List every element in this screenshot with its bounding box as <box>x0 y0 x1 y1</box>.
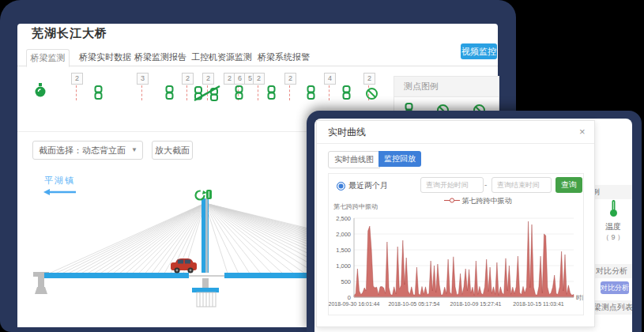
disabled-sensor-icon <box>365 87 378 100</box>
sensor-count-badge: 2 <box>284 73 296 85</box>
realtime-curve-dialog: 实时曲线 × 实时曲线图 监控回放 最近两个月 查询开始时间 - 查询结束时间 … <box>316 120 595 327</box>
bearing-sensor-icon <box>194 84 222 102</box>
svg-text:0: 0 <box>348 294 351 301</box>
compare-section-header: 对比分析 <box>594 264 632 278</box>
temperature-count: （ 9 ） <box>594 232 632 243</box>
chart-legend: 第七跨跨中振动 <box>444 196 512 206</box>
section-select[interactable]: 动态背立面 <box>82 141 126 159</box>
temperature-legend-item[interactable]: 温度 （ 9 ） <box>594 199 632 243</box>
tab-bridge-monitor[interactable]: 桥梁监测 <box>26 49 70 67</box>
sensor-count-badge: 4 <box>324 73 336 85</box>
query-button[interactable]: 查询 <box>555 177 582 193</box>
close-icon[interactable]: × <box>579 121 586 143</box>
svg-text:2018-09-30 16:01:44: 2018-09-30 16:01:44 <box>329 301 380 307</box>
sensor-marker-line <box>329 85 330 100</box>
tab-realtime-curve[interactable]: 实时曲线图 <box>328 151 380 168</box>
svg-text:1,000: 1,000 <box>336 262 351 270</box>
dialog-title: 实时曲线 <box>328 121 366 143</box>
tab-realtime-data[interactable]: 桥梁实时数据 <box>77 49 133 66</box>
svg-text:2018-10-05 05:17:54: 2018-10-05 05:17:54 <box>388 301 439 307</box>
temperature-label: 温度 <box>594 221 632 232</box>
chain-link-icon <box>307 85 315 100</box>
tabbar-divider <box>17 66 498 66</box>
sensor-marker-line <box>76 85 77 100</box>
svg-text:1,500: 1,500 <box>336 247 351 254</box>
svg-text:500: 500 <box>341 278 351 285</box>
svg-text:2,000: 2,000 <box>336 231 351 238</box>
svg-text:2018-10-15 11:03:41: 2018-10-15 11:03:41 <box>513 301 564 307</box>
page-title: 芜湖长江大桥 <box>32 26 107 41</box>
section-select-group: 截面选择： 动态背立面 ▼ <box>32 141 143 160</box>
recent-range-label: 最近两个月 <box>348 179 388 192</box>
tab-monitor-report[interactable]: 桥梁监测报告 <box>133 49 188 66</box>
vibration-chart: 05001,0001,5002,0002,5002018-09-30 16:01… <box>329 212 583 315</box>
chart-y-title: 第七跨跨中振动 <box>333 202 378 211</box>
screen: 芜湖长江大桥 桥梁监测 桥梁实时数据 桥梁监测报告 工控机资源监测 桥梁系统报警… <box>0 0 644 332</box>
tab-ipc-resource[interactable]: 工控机资源监测 <box>188 49 255 66</box>
svg-text:2,500: 2,500 <box>336 215 351 222</box>
range-separator: - <box>484 177 487 193</box>
enlarge-section-button[interactable]: 放大截面 <box>152 141 193 160</box>
chart-container: 最近两个月 查询开始时间 - 查询结束时间 查询 第七跨跨中振动 第七跨跨中振动… <box>328 173 584 315</box>
sensor-count-badge: 2 <box>71 73 83 85</box>
compare-analysis-button[interactable]: 对比分析 <box>601 281 629 294</box>
point-list-section-header: 桥梁测点列表 <box>594 300 632 315</box>
sensor-count-badge: 2 <box>202 73 214 85</box>
svg-text:时间: 时间 <box>576 294 583 301</box>
thermometer-icon <box>608 199 620 217</box>
sensor-marker-line <box>186 85 187 100</box>
legend-section-header: 图例 <box>594 185 632 199</box>
weight-sensor-icon <box>34 82 47 97</box>
tab-system-alarm[interactable]: 桥梁系统报警 <box>255 49 312 66</box>
sensor-count-badge: 2 <box>363 73 375 85</box>
chain-link-icon <box>342 85 351 100</box>
recent-range-radio[interactable] <box>337 182 345 191</box>
chart-legend-label: 第七跨跨中振动 <box>462 197 512 205</box>
car <box>171 258 197 274</box>
sensor-marker-line <box>258 85 258 100</box>
sensor-count-badge: 2 <box>182 73 194 85</box>
start-time-input[interactable]: 查询开始时间 <box>420 177 484 193</box>
chain-link-icon <box>94 85 103 100</box>
section-select-label: 截面选择： <box>39 141 82 159</box>
chevron-down-icon[interactable]: ▼ <box>131 141 137 159</box>
tab-monitor-playback[interactable]: 监控回放 <box>378 151 421 167</box>
sensor-count-badge: 3 <box>137 73 149 85</box>
sensor-count-badge: 2 <box>253 73 265 85</box>
gauge-sensor-icon <box>196 190 213 200</box>
chain-link-icon <box>165 85 174 100</box>
video-monitor-button[interactable]: 视频监控 <box>461 43 497 59</box>
chain-link-icon <box>267 85 276 100</box>
chain-link-icon <box>235 85 243 100</box>
svg-text:2018-10-09 15:27:41: 2018-10-09 15:27:41 <box>450 301 502 307</box>
sensor-marker-line <box>141 85 142 100</box>
point-legend-header: 测点图例 <box>394 76 499 97</box>
sensor-marker-line <box>289 85 290 100</box>
end-time-input[interactable]: 查询结束时间 <box>491 177 552 193</box>
